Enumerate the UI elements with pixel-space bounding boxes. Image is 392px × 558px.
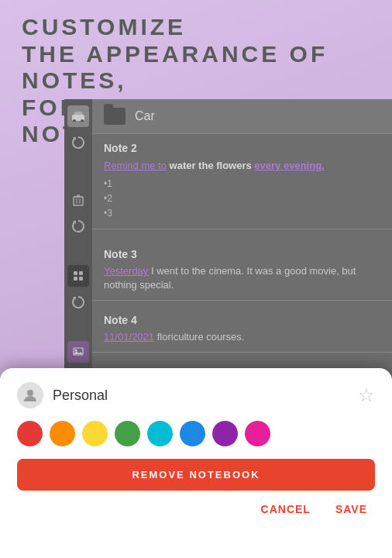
color-orange[interactable] [50, 421, 75, 446]
svg-rect-13 [74, 277, 77, 281]
color-red[interactable] [17, 421, 43, 446]
color-purple[interactable] [212, 421, 238, 446]
color-cyan[interactable] [147, 421, 173, 446]
color-yellow[interactable] [82, 421, 108, 446]
note-2-text: Remind me to water the flowers every eve… [104, 158, 380, 174]
notebook-name-input[interactable] [53, 388, 358, 404]
svg-point-17 [75, 350, 77, 352]
sidebar-gallery-icon [67, 341, 89, 363]
remove-notebook-button[interactable]: REMOVE NOTEBOOK [17, 459, 375, 491]
note-2-title: Note 2 [104, 142, 380, 154]
note-3-text: Yesterday I went to the cinema. It was a… [104, 264, 380, 292]
color-pink[interactable] [245, 421, 270, 446]
save-button[interactable]: SAVE [331, 500, 372, 518]
note-2-item[interactable]: Note 2 Remind me to water the flowers ev… [92, 134, 392, 229]
color-picker-row [17, 421, 375, 446]
svg-rect-12 [79, 271, 83, 275]
svg-rect-5 [74, 197, 83, 205]
footer-actions: CANCEL SAVE [17, 500, 375, 518]
star-icon[interactable]: ☆ [358, 384, 375, 406]
svg-point-20 [27, 390, 33, 396]
folder-name: Car [135, 109, 155, 123]
note-4-item[interactable]: Note 4 11/01/2021 floriculture courses. [92, 306, 392, 353]
color-green[interactable] [115, 421, 140, 446]
cancel-button[interactable]: CANCEL [256, 500, 315, 518]
folder-row[interactable]: Car [92, 99, 392, 134]
sidebar-sync2-icon [67, 215, 89, 237]
header-line2: THE APPEARANCE OF NOTES, [22, 41, 370, 95]
note-4-link: 11/01/2021 [104, 331, 154, 343]
sidebar-sync-icon [67, 132, 89, 153]
sidebar-car-icon [67, 105, 89, 127]
note-3-item[interactable]: Note 3 Yesterday I went to the cinema. I… [92, 240, 392, 301]
folder-icon [104, 108, 126, 125]
svg-marker-1 [74, 112, 83, 115]
modal-panel: ☆ REMOVE NOTEBOOK CANCEL SAVE [0, 368, 392, 558]
svg-rect-11 [74, 271, 77, 275]
note-4-title: Note 4 [104, 314, 380, 326]
note-2-link1: Remind me to [104, 160, 167, 171]
svg-rect-14 [79, 277, 83, 281]
note-2-link2: every evening. [254, 160, 324, 171]
sidebar-widget-icon [67, 265, 89, 287]
sidebar-delete-icon [67, 189, 89, 211]
note-4-text: 11/01/2021 floriculture courses. [104, 330, 380, 344]
notebook-input-row: ☆ [17, 382, 375, 408]
svg-marker-18 [74, 351, 83, 354]
sidebar-sync3-icon [67, 291, 89, 313]
header-line1: CUSTOMIZE [22, 14, 370, 41]
color-blue[interactable] [180, 421, 205, 446]
note-2-bullets: •1•2•3 [104, 177, 380, 222]
note-3-link: Yesterday [104, 265, 148, 277]
note-3-title: Note 3 [104, 248, 380, 260]
person-icon [17, 382, 43, 408]
